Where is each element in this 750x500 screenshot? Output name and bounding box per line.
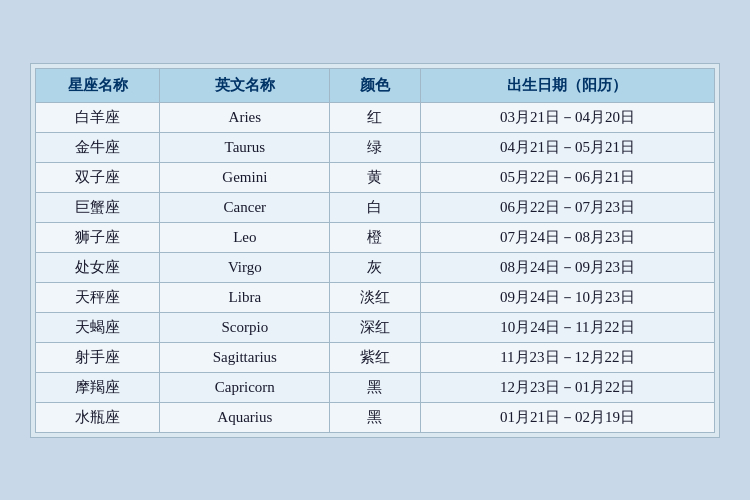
cell-date: 06月22日－07月23日	[420, 192, 714, 222]
cell-date: 10月24日－11月22日	[420, 312, 714, 342]
cell-date: 05月22日－06月21日	[420, 162, 714, 192]
header-date: 出生日期（阳历）	[420, 68, 714, 102]
cell-chinese: 金牛座	[36, 132, 160, 162]
table-row: 金牛座Taurus绿04月21日－05月21日	[36, 132, 715, 162]
table-row: 处女座Virgo灰08月24日－09月23日	[36, 252, 715, 282]
header-color: 颜色	[330, 68, 421, 102]
cell-chinese: 双子座	[36, 162, 160, 192]
cell-date: 09月24日－10月23日	[420, 282, 714, 312]
table-row: 摩羯座Capricorn黑12月23日－01月22日	[36, 372, 715, 402]
header-english: 英文名称	[160, 68, 330, 102]
cell-color: 紫红	[330, 342, 421, 372]
cell-english: Gemini	[160, 162, 330, 192]
cell-chinese: 摩羯座	[36, 372, 160, 402]
table-row: 水瓶座Aquarius黑01月21日－02月19日	[36, 402, 715, 432]
cell-chinese: 狮子座	[36, 222, 160, 252]
table-row: 巨蟹座Cancer白06月22日－07月23日	[36, 192, 715, 222]
table-row: 白羊座Aries红03月21日－04月20日	[36, 102, 715, 132]
table-row: 狮子座Leo橙07月24日－08月23日	[36, 222, 715, 252]
cell-english: Aquarius	[160, 402, 330, 432]
cell-date: 03月21日－04月20日	[420, 102, 714, 132]
cell-color: 黄	[330, 162, 421, 192]
cell-english: Scorpio	[160, 312, 330, 342]
cell-english: Libra	[160, 282, 330, 312]
cell-color: 白	[330, 192, 421, 222]
cell-english: Cancer	[160, 192, 330, 222]
cell-date: 08月24日－09月23日	[420, 252, 714, 282]
cell-chinese: 射手座	[36, 342, 160, 372]
cell-chinese: 天蝎座	[36, 312, 160, 342]
cell-english: Sagittarius	[160, 342, 330, 372]
cell-chinese: 水瓶座	[36, 402, 160, 432]
table-row: 双子座Gemini黄05月22日－06月21日	[36, 162, 715, 192]
cell-chinese: 天秤座	[36, 282, 160, 312]
cell-color: 黑	[330, 372, 421, 402]
table-row: 天蝎座Scorpio深红10月24日－11月22日	[36, 312, 715, 342]
cell-date: 04月21日－05月21日	[420, 132, 714, 162]
cell-color: 绿	[330, 132, 421, 162]
cell-chinese: 处女座	[36, 252, 160, 282]
cell-english: Aries	[160, 102, 330, 132]
header-chinese: 星座名称	[36, 68, 160, 102]
cell-chinese: 白羊座	[36, 102, 160, 132]
zodiac-table-wrapper: 星座名称 英文名称 颜色 出生日期（阳历） 白羊座Aries红03月21日－04…	[30, 63, 720, 438]
table-row: 射手座Sagittarius紫红11月23日－12月22日	[36, 342, 715, 372]
cell-chinese: 巨蟹座	[36, 192, 160, 222]
cell-color: 深红	[330, 312, 421, 342]
table-body: 白羊座Aries红03月21日－04月20日金牛座Taurus绿04月21日－0…	[36, 102, 715, 432]
cell-english: Virgo	[160, 252, 330, 282]
zodiac-table: 星座名称 英文名称 颜色 出生日期（阳历） 白羊座Aries红03月21日－04…	[35, 68, 715, 433]
cell-color: 橙	[330, 222, 421, 252]
cell-color: 淡红	[330, 282, 421, 312]
cell-date: 12月23日－01月22日	[420, 372, 714, 402]
cell-date: 01月21日－02月19日	[420, 402, 714, 432]
cell-english: Capricorn	[160, 372, 330, 402]
table-header-row: 星座名称 英文名称 颜色 出生日期（阳历）	[36, 68, 715, 102]
cell-color: 红	[330, 102, 421, 132]
cell-date: 07月24日－08月23日	[420, 222, 714, 252]
cell-date: 11月23日－12月22日	[420, 342, 714, 372]
cell-english: Leo	[160, 222, 330, 252]
cell-color: 灰	[330, 252, 421, 282]
table-row: 天秤座Libra淡红09月24日－10月23日	[36, 282, 715, 312]
cell-color: 黑	[330, 402, 421, 432]
cell-english: Taurus	[160, 132, 330, 162]
